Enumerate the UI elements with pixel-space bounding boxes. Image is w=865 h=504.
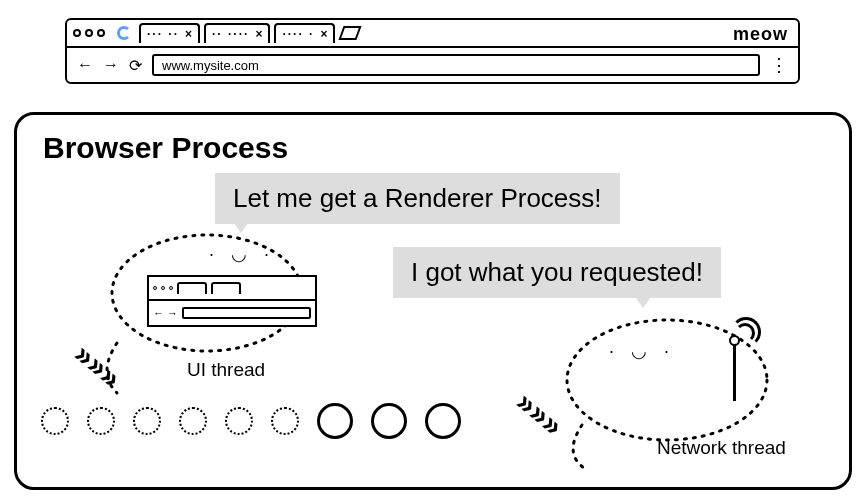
tab-close-icon[interactable]: × xyxy=(185,27,192,41)
browser-tab[interactable]: ·· ···· × xyxy=(204,23,270,43)
face-icon: · ◡ · xyxy=(209,243,275,265)
face-icon: · ◡ · xyxy=(609,340,675,362)
tab-title: ··· ·· xyxy=(147,27,179,41)
overflow-menu-icon[interactable]: ⋮ xyxy=(770,62,788,68)
data-packet-icon xyxy=(133,407,161,435)
data-packet-icon xyxy=(425,403,461,439)
data-packet-icon xyxy=(225,407,253,435)
data-stream xyxy=(41,403,461,439)
tab-close-icon[interactable]: × xyxy=(320,27,327,41)
browser-brand: meow xyxy=(733,24,788,45)
browser-window: ··· ·· × ·· ···· × ···· · × meow ← → ⟳ w… xyxy=(65,18,800,84)
control-dot[interactable] xyxy=(97,29,105,37)
browser-tab[interactable]: ···· · × xyxy=(274,23,335,43)
new-tab-button[interactable] xyxy=(339,26,362,40)
data-packet-icon xyxy=(271,407,299,435)
browser-tab[interactable]: ··· ·· × xyxy=(139,23,200,43)
forward-button[interactable]: → xyxy=(103,56,119,74)
control-dot[interactable] xyxy=(73,29,81,37)
tab-title: ·· ···· xyxy=(212,27,249,41)
chevron-arrows-icon: »»» xyxy=(72,341,124,389)
control-dot[interactable] xyxy=(85,29,93,37)
data-packet-icon xyxy=(41,407,69,435)
antenna-icon xyxy=(717,323,757,403)
tab-strip: ··· ·· × ·· ···· × ···· · × meow xyxy=(67,20,798,48)
speech-tail-icon xyxy=(231,219,251,233)
data-packet-icon xyxy=(317,403,353,439)
window-controls[interactable] xyxy=(73,29,105,37)
back-button[interactable]: ← xyxy=(77,56,93,74)
toolbar: ← → ⟳ www.mysite.com ⋮ xyxy=(67,48,798,82)
mini-browser-icon: ← → xyxy=(147,275,317,327)
data-packet-icon xyxy=(87,407,115,435)
tab-close-icon[interactable]: × xyxy=(255,27,262,41)
url-text: www.mysite.com xyxy=(162,58,259,73)
chevron-arrows-icon: »»» xyxy=(514,389,566,437)
data-packet-icon xyxy=(179,407,207,435)
browser-process-box: Browser Process Let me get a Renderer Pr… xyxy=(14,112,852,490)
speech-tail-icon xyxy=(633,294,653,308)
network-thread-speech: I got what you requested! xyxy=(393,247,721,298)
tab-title: ···· · xyxy=(282,27,314,41)
url-bar[interactable]: www.mysite.com xyxy=(152,54,760,76)
ui-thread-speech: Let me get a Renderer Process! xyxy=(215,173,620,224)
reload-button[interactable]: ⟳ xyxy=(129,56,142,75)
process-title: Browser Process xyxy=(43,131,288,165)
loading-spinner-icon xyxy=(117,26,131,40)
ui-thread-label: UI thread xyxy=(187,359,265,381)
data-packet-icon xyxy=(371,403,407,439)
network-thread-label: Network thread xyxy=(657,437,786,459)
